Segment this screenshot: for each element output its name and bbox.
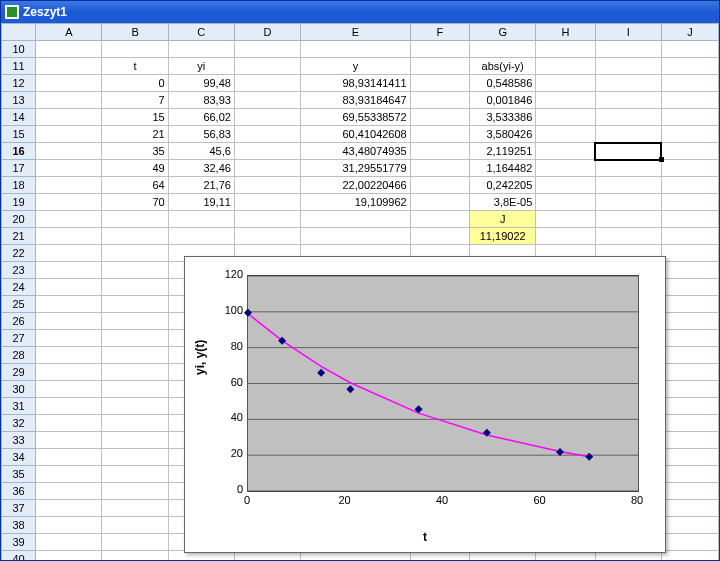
cell-J20[interactable] [661, 211, 718, 228]
cell-J34[interactable] [661, 449, 718, 466]
row-header-16[interactable]: 16 [2, 143, 36, 160]
cell-I13[interactable] [595, 92, 661, 109]
cell-I21[interactable] [595, 228, 661, 245]
cell-H12[interactable] [536, 75, 595, 92]
cell-D20[interactable] [234, 211, 300, 228]
cell-B19[interactable]: 70 [102, 194, 168, 211]
cell-J28[interactable] [661, 347, 718, 364]
row-header-27[interactable]: 27 [2, 330, 36, 347]
cell-F18[interactable] [410, 177, 469, 194]
cell-J25[interactable] [661, 296, 718, 313]
cell-E16[interactable]: 43,48074935 [301, 143, 411, 160]
cell-J23[interactable] [661, 262, 718, 279]
cell-A20[interactable] [36, 211, 102, 228]
cell-E10[interactable] [301, 41, 411, 58]
row-header-33[interactable]: 33 [2, 432, 36, 449]
row-header-37[interactable]: 37 [2, 500, 36, 517]
cell-A10[interactable] [36, 41, 102, 58]
col-header-C[interactable]: C [168, 24, 234, 41]
cell-D14[interactable] [234, 109, 300, 126]
row-header-17[interactable]: 17 [2, 160, 36, 177]
col-header-D[interactable]: D [234, 24, 300, 41]
cell-B16[interactable]: 35 [102, 143, 168, 160]
cell-A26[interactable] [36, 313, 102, 330]
cell-A29[interactable] [36, 364, 102, 381]
cell-C13[interactable]: 83,93 [168, 92, 234, 109]
cell-G21[interactable]: 11,19022 [470, 228, 536, 245]
cell-F14[interactable] [410, 109, 469, 126]
cell-I12[interactable] [595, 75, 661, 92]
cell-J11[interactable] [661, 58, 718, 75]
cell-G11[interactable]: abs(yi-y) [470, 58, 536, 75]
cell-B39[interactable] [102, 534, 168, 551]
row-header-28[interactable]: 28 [2, 347, 36, 364]
row-header-38[interactable]: 38 [2, 517, 36, 534]
cell-A22[interactable] [36, 245, 102, 262]
cell-J30[interactable] [661, 381, 718, 398]
cell-D11[interactable] [234, 58, 300, 75]
cell-C14[interactable]: 66,02 [168, 109, 234, 126]
cell-A34[interactable] [36, 449, 102, 466]
cell-J33[interactable] [661, 432, 718, 449]
chart-object[interactable]: yi, y(t) t 020406080100120020406080 [184, 256, 666, 553]
cell-F17[interactable] [410, 160, 469, 177]
row-header-20[interactable]: 20 [2, 211, 36, 228]
cell-A21[interactable] [36, 228, 102, 245]
cell-A30[interactable] [36, 381, 102, 398]
cell-A27[interactable] [36, 330, 102, 347]
cell-I11[interactable] [595, 58, 661, 75]
col-header-F[interactable]: F [410, 24, 469, 41]
cell-J10[interactable] [661, 41, 718, 58]
cell-B28[interactable] [102, 347, 168, 364]
cell-G16[interactable]: 2,119251 [470, 143, 536, 160]
cell-F19[interactable] [410, 194, 469, 211]
cell-F11[interactable] [410, 58, 469, 75]
cell-J12[interactable] [661, 75, 718, 92]
row-header-18[interactable]: 18 [2, 177, 36, 194]
cell-J18[interactable] [661, 177, 718, 194]
cell-G13[interactable]: 0,001846 [470, 92, 536, 109]
cell-A13[interactable] [36, 92, 102, 109]
cell-B10[interactable] [102, 41, 168, 58]
cell-J40[interactable] [661, 551, 718, 561]
cell-H10[interactable] [536, 41, 595, 58]
row-header-23[interactable]: 23 [2, 262, 36, 279]
col-header-G[interactable]: G [470, 24, 536, 41]
cell-B26[interactable] [102, 313, 168, 330]
cell-G18[interactable]: 0,242205 [470, 177, 536, 194]
row-header-12[interactable]: 12 [2, 75, 36, 92]
row-header-35[interactable]: 35 [2, 466, 36, 483]
cell-B22[interactable] [102, 245, 168, 262]
cell-F20[interactable] [410, 211, 469, 228]
cell-I14[interactable] [595, 109, 661, 126]
cell-C10[interactable] [168, 41, 234, 58]
cell-H20[interactable] [536, 211, 595, 228]
cell-J13[interactable] [661, 92, 718, 109]
row-header-11[interactable]: 11 [2, 58, 36, 75]
cell-B11[interactable]: t [102, 58, 168, 75]
cell-B31[interactable] [102, 398, 168, 415]
cell-C15[interactable]: 56,83 [168, 126, 234, 143]
cell-J16[interactable] [661, 143, 718, 160]
cell-B34[interactable] [102, 449, 168, 466]
cell-E14[interactable]: 69,55338572 [301, 109, 411, 126]
cell-C17[interactable]: 32,46 [168, 160, 234, 177]
cell-E11[interactable]: y [301, 58, 411, 75]
cell-B29[interactable] [102, 364, 168, 381]
cell-D17[interactable] [234, 160, 300, 177]
cell-C19[interactable]: 19,11 [168, 194, 234, 211]
cell-B13[interactable]: 7 [102, 92, 168, 109]
row-header-26[interactable]: 26 [2, 313, 36, 330]
cell-B17[interactable]: 49 [102, 160, 168, 177]
cell-E15[interactable]: 60,41042608 [301, 126, 411, 143]
cell-H14[interactable] [536, 109, 595, 126]
cell-D16[interactable] [234, 143, 300, 160]
cell-B38[interactable] [102, 517, 168, 534]
cell-F12[interactable] [410, 75, 469, 92]
row-header-21[interactable]: 21 [2, 228, 36, 245]
cell-A11[interactable] [36, 58, 102, 75]
cell-A40[interactable] [36, 551, 102, 561]
cell-A37[interactable] [36, 500, 102, 517]
cell-E21[interactable] [301, 228, 411, 245]
cell-A16[interactable] [36, 143, 102, 160]
